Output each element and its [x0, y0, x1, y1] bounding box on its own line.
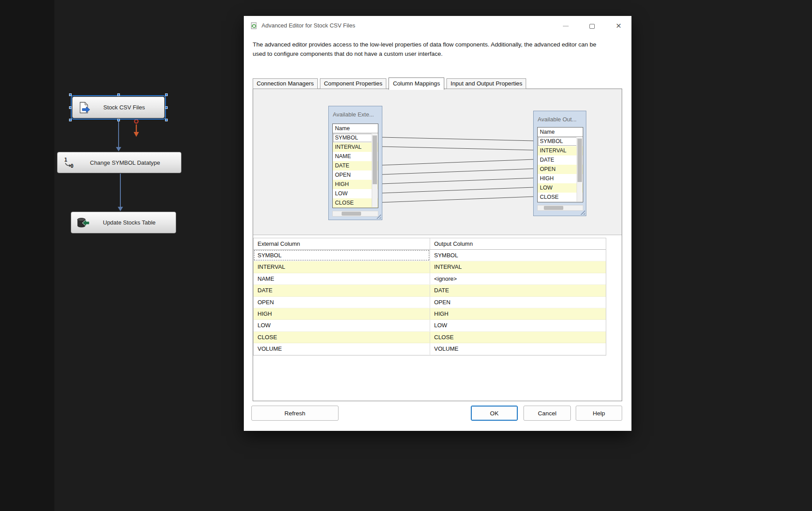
dataflow-node-update-stocks-table[interactable]: Update Stocks Table — [71, 212, 176, 233]
vertical-scrollbar[interactable] — [372, 134, 377, 207]
resize-handle[interactable] — [69, 106, 72, 109]
resize-handle[interactable] — [117, 93, 120, 96]
resize-handle[interactable] — [69, 119, 72, 121]
column-mappings-table: External Column Output Column SYMBOL SYM… — [253, 238, 606, 356]
output-column-item[interactable]: HIGH — [538, 174, 583, 183]
column-mappings-panel: Available Exte... Name SYMBOL INTERVAL N… — [253, 89, 622, 401]
output-column-header: Output Column — [430, 238, 606, 249]
table-row: CLOSE CLOSE — [254, 332, 606, 343]
editor-tab-strip: Connection Managers Component Properties… — [253, 78, 528, 89]
dialog-titlebar[interactable]: Advanced Editor for Stock CSV Files ✕ — [244, 16, 631, 35]
output-column-item[interactable]: DATE — [538, 155, 583, 165]
output-column-cell[interactable]: OPEN — [430, 297, 606, 308]
external-column-item[interactable]: DATE — [333, 161, 378, 170]
data-conversion-icon: 1 0 — [62, 156, 76, 169]
external-column-item[interactable]: INTERVAL — [333, 143, 378, 152]
resize-handle[interactable] — [117, 119, 120, 121]
scrollbar-thumb[interactable] — [544, 206, 563, 210]
minimize-icon[interactable] — [558, 19, 573, 33]
help-button[interactable]: Help — [576, 406, 622, 421]
output-column-cell[interactable]: HIGH — [430, 308, 606, 319]
table-header-row: External Column Output Column — [254, 238, 606, 250]
editor-left-gutter — [0, 0, 54, 511]
external-column-cell[interactable]: LOW — [254, 320, 430, 331]
external-columns-title: Available Exte... — [333, 111, 374, 118]
scrollbar-thumb[interactable] — [577, 139, 582, 182]
database-destination-icon — [76, 217, 90, 229]
output-column-cell[interactable]: <ignore> — [430, 273, 606, 284]
tab-connection-managers[interactable]: Connection Managers — [253, 78, 318, 89]
available-external-columns-box[interactable]: Available Exte... Name SYMBOL INTERVAL N… — [328, 106, 382, 220]
advanced-editor-icon — [250, 22, 258, 30]
external-column-item[interactable]: NAME — [333, 152, 378, 161]
output-column-cell[interactable]: INTERVAL — [430, 261, 606, 272]
output-columns-title: Available Out... — [538, 116, 577, 123]
output-column-item[interactable]: CLOSE — [538, 193, 583, 202]
available-output-columns-box[interactable]: Available Out... Name SYMBOL INTERVAL DA… — [533, 111, 586, 216]
scrollbar-thumb[interactable] — [373, 135, 377, 184]
external-column-cell[interactable]: CLOSE — [254, 332, 430, 343]
external-column-cell[interactable]: DATE — [254, 285, 430, 296]
output-column-cell[interactable]: SYMBOL — [430, 250, 606, 261]
close-icon[interactable]: ✕ — [611, 19, 626, 33]
external-column-item[interactable]: OPEN — [333, 170, 378, 180]
external-columns-list: Name SYMBOL INTERVAL NAME DATE OPEN HIGH… — [332, 124, 378, 208]
resize-handle[interactable] — [165, 119, 168, 121]
dataflow-node-change-symbol-datatype[interactable]: 1 0 Change SYMBOL Datatype — [57, 152, 181, 173]
output-column-item[interactable]: OPEN — [538, 165, 583, 174]
output-columns-header: Name — [538, 128, 583, 137]
output-columns-list: Name SYMBOL INTERVAL DATE OPEN HIGH LOW … — [537, 127, 583, 202]
cancel-button[interactable]: Cancel — [523, 406, 571, 421]
output-column-cell[interactable]: VOLUME — [430, 343, 606, 354]
maximize-icon[interactable] — [585, 19, 600, 33]
horizontal-scrollbar[interactable] — [332, 211, 378, 217]
external-columns-header: Name — [333, 124, 378, 133]
external-column-cell[interactable]: HIGH — [254, 308, 430, 319]
resize-handle[interactable] — [165, 106, 168, 109]
resize-handle[interactable] — [69, 93, 72, 96]
tab-input-output-properties[interactable]: Input and Output Properties — [446, 78, 526, 89]
external-column-cell[interactable]: OPEN — [254, 297, 430, 308]
external-column-item[interactable]: HIGH — [333, 180, 378, 189]
table-row: HIGH HIGH — [254, 308, 606, 320]
refresh-button[interactable]: Refresh — [251, 406, 339, 421]
table-row: OPEN OPEN — [254, 297, 606, 308]
external-column-header: External Column — [254, 238, 430, 249]
table-row: SYMBOL SYMBOL — [254, 250, 606, 261]
table-row: VOLUME VOLUME — [254, 343, 606, 355]
node-label: Change SYMBOL Datatype — [76, 159, 177, 166]
output-column-cell[interactable]: DATE — [430, 285, 606, 296]
table-row: DATE DATE — [254, 285, 606, 296]
dataflow-node-stock-csv-files[interactable]: Stock CSV Files — [72, 97, 165, 118]
table-row: INTERVAL INTERVAL — [254, 261, 606, 273]
external-column-item[interactable]: SYMBOL — [333, 133, 378, 143]
external-column-item[interactable]: LOW — [333, 189, 378, 198]
node-label: Stock CSV Files — [91, 104, 160, 111]
resize-handle[interactable] — [165, 93, 168, 96]
dialog-description: The advanced editor provides access to t… — [253, 40, 608, 58]
tab-component-properties[interactable]: Component Properties — [320, 78, 386, 89]
external-column-item[interactable]: CLOSE — [333, 198, 378, 208]
node-label: Update Stocks Table — [90, 219, 171, 226]
output-column-item[interactable]: INTERVAL — [538, 146, 583, 155]
svg-text:1: 1 — [64, 157, 67, 163]
output-column-cell[interactable]: LOW — [430, 320, 606, 331]
vertical-scrollbar[interactable] — [577, 137, 582, 201]
scrollbar-thumb[interactable] — [342, 212, 361, 216]
advanced-editor-dialog: Advanced Editor for Stock CSV Files ✕ Th… — [244, 16, 631, 431]
table-row: LOW LOW — [254, 320, 606, 331]
external-column-cell[interactable]: SYMBOL — [254, 250, 430, 261]
external-column-cell[interactable]: NAME — [254, 273, 430, 284]
table-row: NAME <ignore> — [254, 273, 606, 285]
tab-column-mappings[interactable]: Column Mappings — [389, 77, 444, 90]
output-column-item[interactable]: LOW — [538, 183, 583, 193]
external-column-cell[interactable]: VOLUME — [254, 343, 430, 354]
ok-button[interactable]: OK — [471, 406, 518, 421]
output-column-cell[interactable]: CLOSE — [430, 332, 606, 343]
dialog-title: Advanced Editor for Stock CSV Files — [262, 22, 355, 29]
external-column-cell[interactable]: INTERVAL — [254, 261, 430, 272]
output-column-item[interactable]: SYMBOL — [538, 137, 583, 146]
horizontal-scrollbar[interactable] — [537, 205, 583, 211]
flat-file-source-icon — [77, 101, 91, 114]
